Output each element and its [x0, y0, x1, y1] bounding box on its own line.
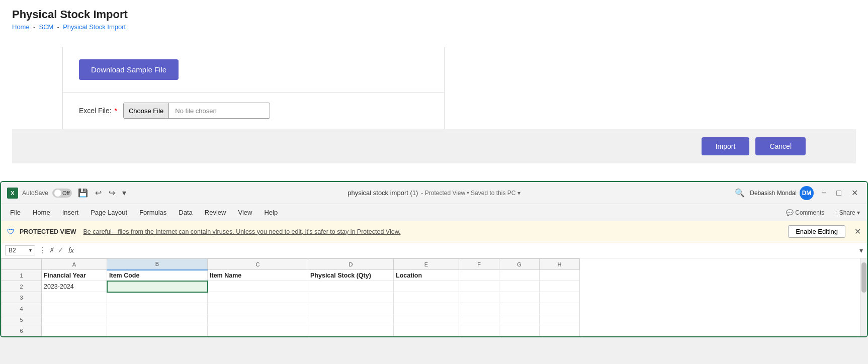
- save-icon-button[interactable]: 💾: [76, 187, 90, 199]
- cell-b4[interactable]: [107, 303, 208, 314]
- cell-d1[interactable]: Physical Stock (Qty): [308, 270, 394, 281]
- breadcrumb: Home - SCM - Physical Stock Import: [12, 23, 856, 31]
- cell-ref-chevron-icon[interactable]: ▾: [29, 247, 32, 253]
- cell-g1[interactable]: [499, 270, 540, 281]
- cell-g3[interactable]: [499, 292, 540, 303]
- cell-g5[interactable]: [499, 314, 540, 325]
- cell-h5[interactable]: [540, 314, 580, 325]
- maximize-button[interactable]: □: [833, 187, 844, 199]
- cell-e4[interactable]: [394, 303, 459, 314]
- col-header-f[interactable]: F: [459, 259, 499, 270]
- col-header-a[interactable]: A: [42, 259, 107, 270]
- breadcrumb-scm[interactable]: SCM: [39, 23, 53, 31]
- breadcrumb-home[interactable]: Home: [12, 23, 30, 31]
- col-header-h[interactable]: H: [540, 259, 580, 270]
- undo-icon-button[interactable]: ↩: [93, 187, 104, 199]
- menu-insert[interactable]: Insert: [57, 207, 84, 218]
- search-icon-button[interactable]: 🔍: [735, 188, 745, 198]
- cell-a6[interactable]: [42, 325, 107, 336]
- menu-data[interactable]: Data: [173, 207, 197, 218]
- cell-d6[interactable]: [308, 325, 394, 336]
- protected-banner-close-button[interactable]: ✕: [854, 227, 861, 236]
- menu-review[interactable]: Review: [200, 207, 231, 218]
- breadcrumb-current[interactable]: Physical Stock Import: [63, 23, 126, 31]
- formula-input[interactable]: [77, 246, 856, 254]
- cell-d3[interactable]: [308, 292, 394, 303]
- cell-b6[interactable]: [107, 325, 208, 336]
- cell-f2[interactable]: [459, 281, 499, 292]
- redo-icon-button[interactable]: ↪: [107, 187, 117, 199]
- cell-e5[interactable]: [394, 314, 459, 325]
- cell-f6[interactable]: [459, 325, 499, 336]
- cell-f3[interactable]: [459, 292, 499, 303]
- cell-g4[interactable]: [499, 303, 540, 314]
- sheet-table-wrapper[interactable]: A B C D E F G H 1 Financial Year: [1, 258, 860, 336]
- choose-file-button[interactable]: Choose File: [124, 103, 169, 118]
- cell-a4[interactable]: [42, 303, 107, 314]
- cell-h3[interactable]: [540, 292, 580, 303]
- scrollbar-thumb[interactable]: [861, 262, 866, 293]
- col-header-c[interactable]: C: [208, 259, 308, 270]
- cell-e1[interactable]: Location: [394, 270, 459, 281]
- cell-f1[interactable]: [459, 270, 499, 281]
- cell-c1[interactable]: Item Name: [208, 270, 308, 281]
- cell-g2[interactable]: [499, 281, 540, 292]
- menu-page-layout[interactable]: Page Layout: [85, 207, 132, 218]
- download-sample-file-button[interactable]: Download Sample File: [79, 59, 179, 80]
- menu-view[interactable]: View: [233, 207, 257, 218]
- cell-b2[interactable]: [107, 281, 208, 292]
- cell-c5[interactable]: [208, 314, 308, 325]
- cell-f4[interactable]: [459, 303, 499, 314]
- col-header-d[interactable]: D: [308, 259, 394, 270]
- cancel-button[interactable]: Cancel: [755, 137, 806, 155]
- cell-g6[interactable]: [499, 325, 540, 336]
- menu-help[interactable]: Help: [259, 207, 283, 218]
- cell-h2[interactable]: [540, 281, 580, 292]
- comments-button[interactable]: 💬 Comments: [783, 208, 827, 218]
- cell-c4[interactable]: [208, 303, 308, 314]
- cell-reference[interactable]: B2 ▾: [5, 245, 35, 255]
- menu-home[interactable]: Home: [28, 207, 55, 218]
- cell-a3[interactable]: [42, 292, 107, 303]
- page-area: Physical Stock Import Home - SCM - Physi…: [0, 0, 868, 181]
- cell-a5[interactable]: [42, 314, 107, 325]
- cell-a2[interactable]: 2023-2024: [42, 281, 107, 292]
- more-toolbar-icon-button[interactable]: ▾: [120, 187, 128, 199]
- formula-expand-icon[interactable]: ▾: [859, 246, 863, 254]
- col-header-b[interactable]: B: [107, 259, 208, 270]
- autosave-toggle[interactable]: Off: [52, 189, 71, 198]
- chevron-down-icon[interactable]: ▾: [517, 190, 520, 197]
- minimize-button[interactable]: −: [819, 187, 829, 199]
- share-button[interactable]: ↑ Share ▾: [831, 208, 863, 218]
- cell-c3[interactable]: [208, 292, 308, 303]
- cell-e3[interactable]: [394, 292, 459, 303]
- col-header-e[interactable]: E: [394, 259, 459, 270]
- cell-a1[interactable]: Financial Year: [42, 270, 107, 281]
- cell-e6[interactable]: [394, 325, 459, 336]
- cell-b3[interactable]: [107, 292, 208, 303]
- col-header-g[interactable]: G: [499, 259, 540, 270]
- import-button[interactable]: Import: [702, 137, 750, 155]
- menu-formulas[interactable]: Formulas: [134, 207, 171, 218]
- enable-editing-button[interactable]: Enable Editing: [788, 225, 845, 238]
- cell-c6[interactable]: [208, 325, 308, 336]
- row-number-6: 6: [2, 325, 42, 336]
- confirm-formula-icon[interactable]: ✓: [58, 246, 63, 254]
- cell-d5[interactable]: [308, 314, 394, 325]
- vertical-scrollbar[interactable]: [860, 258, 867, 336]
- cell-b1[interactable]: Item Code: [107, 270, 208, 281]
- cancel-formula-icon[interactable]: ✗: [49, 246, 55, 254]
- close-button[interactable]: ✕: [848, 187, 861, 199]
- cell-b5[interactable]: [107, 314, 208, 325]
- menu-file[interactable]: File: [5, 207, 26, 218]
- cell-d2[interactable]: [308, 281, 394, 292]
- more-formula-icon[interactable]: ⋮: [38, 245, 46, 255]
- cell-c2[interactable]: [208, 281, 308, 292]
- cell-h4[interactable]: [540, 303, 580, 314]
- cell-h1[interactable]: [540, 270, 580, 281]
- cell-h6[interactable]: [540, 325, 580, 336]
- protected-view-text[interactable]: Be careful—files from the Internet can c…: [83, 228, 401, 235]
- cell-e2[interactable]: [394, 281, 459, 292]
- cell-f5[interactable]: [459, 314, 499, 325]
- cell-d4[interactable]: [308, 303, 394, 314]
